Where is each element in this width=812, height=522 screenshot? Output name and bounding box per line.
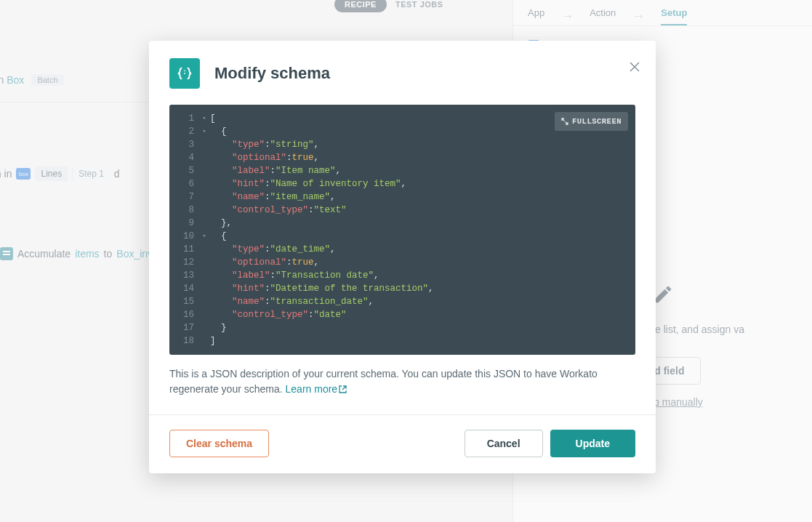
schema-icon bbox=[169, 58, 200, 89]
code-content[interactable]: [ { "type":"string", "optional":true, "l… bbox=[210, 112, 635, 348]
svg-point-2 bbox=[184, 73, 185, 74]
modify-schema-modal: Modify schema FULLSCREEN 123456789101112… bbox=[149, 41, 656, 473]
svg-point-3 bbox=[184, 70, 185, 71]
modal-footer: Clear schema Cancel Update bbox=[149, 415, 656, 473]
close-button[interactable] bbox=[630, 61, 640, 74]
external-link-icon bbox=[339, 382, 347, 390]
fold-gutter: ▾▾▾ bbox=[198, 112, 210, 348]
editor-inner: 123456789101112131415161718 ▾▾▾ [ { "typ… bbox=[169, 105, 635, 355]
line-gutter: 123456789101112131415161718 bbox=[169, 112, 198, 348]
cancel-button[interactable]: Cancel bbox=[465, 430, 543, 457]
modal-description: This is a JSON description of your curre… bbox=[169, 366, 635, 397]
close-icon bbox=[630, 62, 640, 72]
clear-schema-button[interactable]: Clear schema bbox=[169, 430, 269, 457]
expand-icon bbox=[561, 118, 568, 125]
modal-body: FULLSCREEN 123456789101112131415161718 ▾… bbox=[149, 105, 656, 415]
fullscreen-label: FULLSCREEN bbox=[572, 115, 622, 128]
modal-title: Modify schema bbox=[214, 64, 330, 83]
modal-header: Modify schema bbox=[149, 41, 656, 105]
learn-more-link[interactable]: Learn more bbox=[286, 383, 347, 395]
desc-text: This is a JSON description of your curre… bbox=[169, 368, 598, 395]
update-button[interactable]: Update bbox=[550, 430, 635, 457]
json-editor[interactable]: FULLSCREEN 123456789101112131415161718 ▾… bbox=[169, 105, 635, 355]
fullscreen-button[interactable]: FULLSCREEN bbox=[555, 112, 628, 131]
